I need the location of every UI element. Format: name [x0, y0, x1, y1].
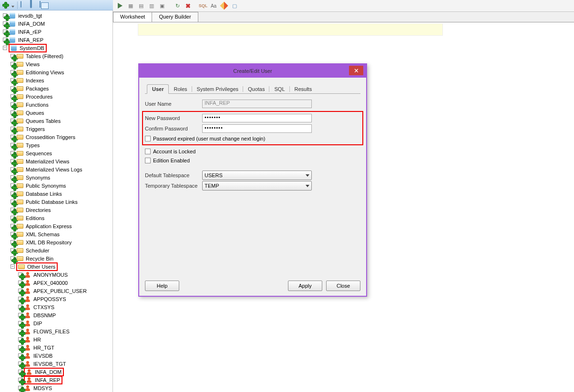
expand-icon[interactable]	[10, 54, 15, 58]
expand-icon[interactable]	[10, 232, 15, 236]
temp-tablespace-select[interactable]: TEMP	[202, 181, 312, 191]
expand-icon[interactable]	[18, 281, 22, 285]
expand-icon[interactable]	[3, 13, 7, 18]
expand-icon[interactable]	[3, 30, 7, 34]
schema-folder[interactable]: Materialized Views	[0, 157, 113, 165]
expand-icon[interactable]	[18, 305, 22, 309]
schema-folder[interactable]: Tables (Filtered)	[0, 52, 113, 60]
schema-folder[interactable]: Procedures	[0, 92, 113, 101]
dialog-titlebar[interactable]: Create/Edit User ✕	[139, 64, 366, 78]
expand-icon[interactable]	[10, 135, 15, 139]
user-item[interactable]: HR	[0, 335, 113, 343]
user-item[interactable]: APEX_PUBLIC_USER	[0, 287, 113, 295]
expand-icon[interactable]	[18, 362, 22, 366]
account-locked-checkbox[interactable]	[145, 149, 151, 154]
expand-icon[interactable]	[3, 38, 7, 42]
expand-icon[interactable]	[18, 329, 22, 333]
expand-icon[interactable]	[10, 224, 15, 228]
run-icon[interactable]	[116, 1, 124, 10]
expand-icon[interactable]	[10, 78, 15, 82]
help-button[interactable]: Help	[145, 281, 179, 291]
expand-icon[interactable]	[10, 200, 15, 204]
close-icon[interactable]: ✕	[349, 66, 363, 75]
expand-icon[interactable]	[18, 272, 22, 277]
db-nav-icon[interactable]	[20, 1, 28, 9]
schema-folder[interactable]: Synonyms	[0, 173, 113, 181]
expand-icon[interactable]	[10, 119, 15, 123]
schema-folder[interactable]: Scheduler	[0, 246, 113, 254]
schema-folder[interactable]: Views	[0, 60, 113, 68]
expand-icon[interactable]	[10, 102, 15, 107]
schema-folder[interactable]: Triggers	[0, 125, 113, 133]
expand-icon[interactable]	[10, 248, 15, 252]
expand-icon[interactable]	[10, 264, 15, 269]
password-expired-checkbox[interactable]	[145, 136, 151, 141]
user-item[interactable]: INFA_DOM	[0, 368, 113, 376]
tab-worksheet[interactable]: Worksheet	[113, 12, 152, 22]
add-connection-icon[interactable]	[2, 1, 10, 9]
expand-icon[interactable]	[10, 191, 15, 196]
user-item[interactable]: ANONYMOUS	[0, 271, 113, 279]
expand-icon[interactable]	[18, 313, 22, 317]
edition-enabled-checkbox[interactable]	[145, 158, 151, 163]
expand-icon[interactable]	[18, 370, 22, 374]
tab-query-builder[interactable]: Query Builder	[152, 12, 198, 22]
expand-icon[interactable]	[10, 111, 15, 115]
tab-sql[interactable]: SQL	[269, 85, 289, 93]
expand-icon[interactable]	[10, 167, 15, 171]
tab-roles[interactable]: Roles	[169, 85, 192, 93]
schema-folder[interactable]: Indexes	[0, 76, 113, 84]
schema-folder[interactable]: Public Synonyms	[0, 181, 113, 190]
autotrace-icon[interactable]: ▥	[147, 1, 156, 10]
user-item[interactable]: FLOWS_FILES	[0, 327, 113, 335]
explain-icon[interactable]: ▤	[137, 1, 145, 10]
refresh-icon[interactable]: ↻	[173, 1, 182, 10]
schema-folder[interactable]: Database Links	[0, 190, 113, 198]
user-item[interactable]: APEX_040000	[0, 279, 113, 287]
schema-folder[interactable]: Application Express	[0, 222, 113, 230]
commit-icon[interactable]: ▣	[158, 1, 166, 10]
expand-icon[interactable]	[10, 62, 15, 66]
connection-item[interactable]: INFA_DOM	[0, 20, 113, 28]
expand-icon[interactable]	[10, 208, 15, 212]
clear-icon[interactable]: ✖	[184, 1, 192, 10]
new-password-field[interactable]: •••••••	[202, 114, 312, 122]
case-icon[interactable]: Aa	[209, 1, 218, 10]
expand-icon[interactable]	[18, 289, 22, 293]
schema-folder[interactable]: Types	[0, 141, 113, 149]
expand-icon[interactable]	[10, 127, 15, 131]
user-item[interactable]: DIP	[0, 319, 113, 327]
connection-item-selected[interactable]: SystemDB	[0, 44, 113, 52]
expand-icon[interactable]	[18, 386, 22, 390]
expand-icon[interactable]	[3, 46, 7, 50]
user-item[interactable]: IEVSDB_TGT	[0, 360, 113, 368]
apply-button[interactable]: Apply	[288, 281, 322, 291]
schema-folder[interactable]: XML Schemas	[0, 230, 113, 238]
connection-item[interactable]: ievsdb_tgt	[0, 11, 113, 20]
expand-icon[interactable]	[18, 345, 22, 350]
connection-item[interactable]: INFA_REP	[0, 36, 113, 44]
expand-icon[interactable]	[10, 159, 15, 163]
schema-folder[interactable]: Editioning Views	[0, 68, 113, 76]
expand-icon[interactable]	[18, 353, 22, 358]
user-item[interactable]: DBSNMP	[0, 311, 113, 319]
user-item[interactable]: HR_TGT	[0, 343, 113, 352]
user-item[interactable]: INFA_REP	[0, 376, 113, 384]
add-dropdown-icon[interactable]	[11, 6, 14, 8]
default-tablespace-select[interactable]: USERS	[202, 171, 312, 180]
sql-editor[interactable]	[138, 23, 443, 36]
schema-folder[interactable]: Directories	[0, 206, 113, 214]
tab-results[interactable]: Results	[290, 85, 317, 93]
other-users-folder[interactable]: Other Users	[0, 262, 113, 271]
edit-icon[interactable]	[220, 1, 228, 10]
expand-icon[interactable]	[18, 337, 22, 342]
schema-folder[interactable]: Editions	[0, 214, 113, 222]
expand-icon[interactable]	[10, 216, 15, 220]
snippet-icon[interactable]: ▢	[230, 1, 239, 10]
tab-user[interactable]: User	[147, 84, 169, 94]
close-button[interactable]: Close	[326, 281, 360, 291]
filter-icon[interactable]	[30, 1, 38, 9]
tab-system-privileges[interactable]: System Privileges	[192, 85, 243, 93]
expand-icon[interactable]	[10, 143, 15, 147]
expand-icon[interactable]	[10, 183, 15, 188]
